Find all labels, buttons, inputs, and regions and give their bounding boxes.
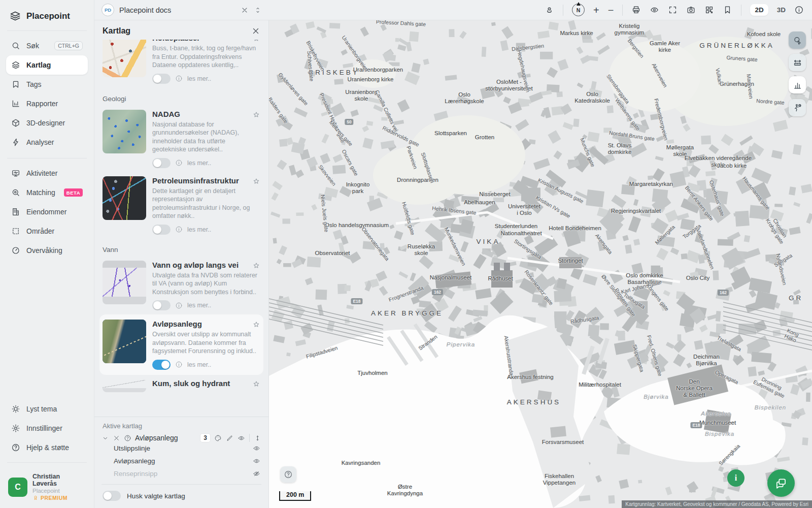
- favorite-star-icon[interactable]: [252, 380, 260, 388]
- measure-button[interactable]: [789, 54, 806, 71]
- layer-card-kum-sluk-og-hydrant[interactable]: Kum, sluk og hydrant: [101, 375, 261, 396]
- read-more-link[interactable]: les mer..: [187, 160, 211, 167]
- bookmark-icon[interactable]: [723, 5, 732, 15]
- zoom-in-button[interactable]: +: [593, 5, 599, 15]
- info-icon[interactable]: [794, 5, 804, 15]
- layer-info-icon[interactable]: [175, 75, 183, 82]
- layer-toggle[interactable]: [152, 225, 171, 235]
- map-toolbar: N + − 2D 3D: [269, 4, 812, 16]
- info-fab-button[interactable]: i: [727, 469, 745, 487]
- read-more-link[interactable]: les mer..: [187, 302, 211, 309]
- map-label: Akershus festning: [507, 374, 553, 380]
- close-panel-icon[interactable]: [251, 26, 260, 36]
- map-help-button[interactable]: [280, 466, 296, 483]
- sidebar-item-omrader[interactable]: Områder: [6, 221, 88, 241]
- print-icon[interactable]: [631, 5, 641, 15]
- layer-toggle[interactable]: [152, 158, 171, 168]
- read-more-link[interactable]: les mer..: [187, 75, 211, 82]
- chat-fab-button[interactable]: [767, 469, 795, 497]
- sidebar-item-rapporter[interactable]: Rapporter: [6, 94, 88, 113]
- remember-layers-toggle[interactable]: [103, 491, 121, 501]
- layer-card-nadag[interactable]: NADAG Nasjonal database for grunnundersø…: [101, 106, 261, 172]
- layer-thumbnail: [103, 261, 146, 304]
- screenshot-camera-icon[interactable]: [686, 5, 696, 15]
- map-label: Østre Kavringdynga: [387, 484, 423, 497]
- sublayer-row[interactable]: Utslippslinje: [101, 442, 261, 455]
- sidebar-item-tags[interactable]: Tags: [6, 75, 88, 94]
- sidebar-item-3d-designer[interactable]: 3D-designer: [6, 113, 88, 133]
- layer-card-petroleumsinfrastruktur[interactable]: Petroleumsinfrastruktur Dette kartlaget …: [101, 172, 261, 239]
- favorite-star-icon[interactable]: [252, 111, 260, 119]
- sidebar-item-label: Lyst tema: [26, 405, 57, 413]
- user-profile[interactable]: C Christian Løverås Placepoint PREMIUM: [6, 468, 88, 501]
- layer-toggle[interactable]: [152, 300, 171, 310]
- map-label: Munkedamsveien: [444, 226, 467, 266]
- visibility-eye-icon[interactable]: [253, 457, 260, 465]
- visibility-eye-icon[interactable]: [253, 444, 260, 452]
- favorite-star-icon[interactable]: [252, 321, 260, 329]
- layer-info-icon[interactable]: [175, 361, 183, 368]
- mode-2d-button[interactable]: 2D: [750, 4, 768, 16]
- mode-3d-button[interactable]: 3D: [777, 6, 786, 14]
- search-value: Placepoint docs: [119, 6, 171, 14]
- compass-north-icon[interactable]: N: [572, 4, 585, 16]
- chart-button[interactable]: [789, 76, 806, 93]
- layer-card-vann-og-avlop-langs-vei[interactable]: Vann og avløp langs vei Utvalgte data fr…: [101, 257, 261, 315]
- layer-info-icon[interactable]: [175, 302, 183, 309]
- placepoint-logo-icon: [9, 10, 21, 22]
- layer-card-avlopsanlegg[interactable]: Avløpsanlegg Oversikt over utslipp av ko…: [99, 314, 263, 375]
- sidebar-item-kartlag[interactable]: Kartlag: [6, 55, 88, 75]
- document-search[interactable]: PD Placepoint docs: [94, 4, 269, 16]
- palette-icon[interactable]: [214, 434, 222, 442]
- sidebar-item-overvaking[interactable]: Overvåking: [6, 241, 88, 260]
- sidebar-item-aktiviteter[interactable]: Aktiviteter: [6, 164, 88, 183]
- map-label: Fred. Olsens gate: [646, 334, 664, 377]
- map-label: Dronning Eufemias gate: [749, 371, 792, 401]
- visibility-eye-off-icon[interactable]: [253, 470, 260, 478]
- swap-vertical-icon[interactable]: [254, 6, 262, 14]
- sidebar-item-sok[interactable]: Søk CTRL+G: [6, 36, 88, 55]
- fullscreen-icon[interactable]: [668, 5, 678, 15]
- layer-toggle[interactable]: [152, 74, 171, 84]
- favorite-star-icon[interactable]: [252, 262, 260, 270]
- sidebar-item-analyser[interactable]: Analyser: [6, 133, 88, 152]
- favorite-star-icon[interactable]: [252, 177, 260, 185]
- sidebar-item-matching[interactable]: Matching BETA: [6, 183, 88, 202]
- travel-time-button[interactable]: [789, 99, 806, 116]
- sidebar-item-hjelp[interactable]: Hjelp & støtte: [6, 438, 88, 457]
- remove-layer-icon[interactable]: [113, 434, 120, 442]
- layer-info-icon[interactable]: [175, 159, 183, 167]
- reorder-icon[interactable]: [254, 434, 261, 442]
- layer-toggle[interactable]: [152, 360, 171, 370]
- layer-info-icon[interactable]: [175, 226, 183, 233]
- layer-help-icon[interactable]: [124, 434, 131, 442]
- locate-icon[interactable]: [545, 5, 554, 15]
- layer-description: Utvalgte data fra NVDB som relaterer til…: [152, 271, 260, 297]
- map-label: Dronningparken: [397, 177, 438, 183]
- zoom-out-button[interactable]: −: [608, 5, 614, 15]
- sidebar-item-eiendommer[interactable]: Eiendommer: [6, 202, 88, 221]
- map-label: Jacob kirke: [717, 163, 747, 169]
- clear-search-icon[interactable]: [241, 6, 249, 14]
- map-canvas[interactable]: BRISKEBYVIKAAKER BRYGGEAKERSHUSGRÜNERLØK…: [269, 20, 812, 508]
- sidebar-item-innstillinger[interactable]: Innstillinger: [6, 419, 88, 438]
- favorite-star-icon[interactable]: [252, 40, 260, 43]
- read-more-link[interactable]: les mer..: [187, 361, 211, 368]
- sidebar-item-lyst-tema[interactable]: Lyst tema: [6, 399, 88, 419]
- sublayer-row[interactable]: Avløpsanlegg: [101, 455, 261, 467]
- chevron-down-icon[interactable]: [101, 434, 109, 442]
- read-more-link[interactable]: les mer..: [187, 226, 211, 233]
- map-label: Nisseberget: [479, 191, 510, 198]
- map-label: Tjuvholmen: [357, 370, 387, 376]
- preview-eye-icon[interactable]: [650, 5, 659, 15]
- select-area-button[interactable]: [789, 31, 806, 49]
- visibility-eye-icon[interactable]: [238, 434, 245, 442]
- topbar: PD Placepoint docs N + − 2D 3D: [94, 0, 812, 20]
- active-layer-row[interactable]: Avløpsanlegg 3: [101, 434, 261, 442]
- map-label: Dalsbergstien: [511, 43, 544, 52]
- qr-code-icon[interactable]: [704, 5, 714, 15]
- layers-panel: Kartlag Holdeplasser Buss, t-bane, trikk…: [94, 20, 269, 508]
- layer-card-holdeplasser[interactable]: Holdeplasser Buss, t-bane, trikk, tog og…: [101, 40, 261, 88]
- sublayer-row[interactable]: Renseprinsipp: [101, 467, 261, 480]
- edit-pen-icon[interactable]: [226, 434, 233, 442]
